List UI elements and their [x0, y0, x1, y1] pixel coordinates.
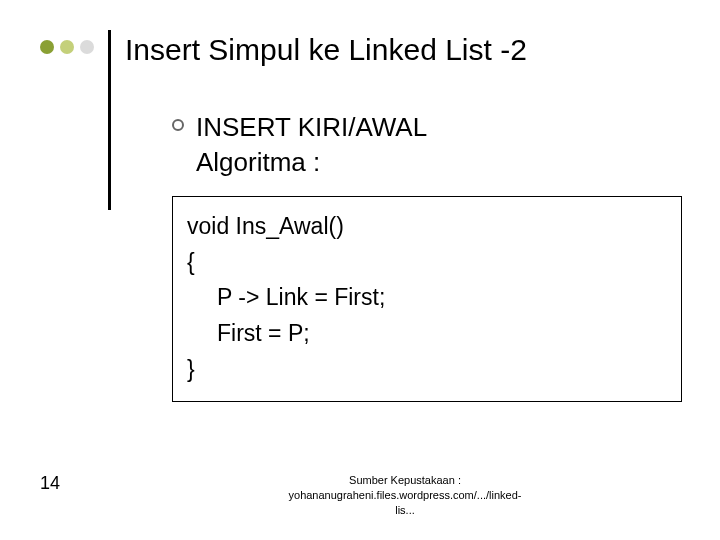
- page-number: 14: [40, 473, 130, 494]
- code-line: P -> Link = First;: [187, 280, 667, 316]
- dot-icon: [80, 40, 94, 54]
- dot-icon: [40, 40, 54, 54]
- source-line: yohananugraheni.files.wordpress.com/.../…: [130, 488, 680, 503]
- code-line: {: [187, 245, 667, 281]
- vertical-bar-icon: [108, 30, 111, 210]
- decor-dots: [40, 30, 94, 54]
- source-line: lis...: [130, 503, 680, 518]
- code-line: void Ins_Awal(): [187, 209, 667, 245]
- page-title: Insert Simpul ke Linked List -2: [125, 30, 527, 68]
- section-line2: Algoritma :: [196, 145, 427, 180]
- source-line: Sumber Kepustakaan :: [130, 473, 680, 488]
- section-heading: INSERT KIRI/AWAL Algoritma :: [172, 110, 680, 180]
- section-line1: INSERT KIRI/AWAL: [196, 110, 427, 145]
- source-citation: Sumber Kepustakaan : yohananugraheni.fil…: [130, 473, 680, 518]
- code-line: }: [187, 352, 667, 388]
- code-line: First = P;: [187, 316, 667, 352]
- section-text: INSERT KIRI/AWAL Algoritma :: [196, 110, 427, 180]
- bullet-circle-icon: [172, 119, 184, 131]
- body: INSERT KIRI/AWAL Algoritma : void Ins_Aw…: [172, 110, 680, 402]
- code-box: void Ins_Awal() { P -> Link = First; Fir…: [172, 196, 682, 402]
- footer: 14 Sumber Kepustakaan : yohananugraheni.…: [40, 473, 680, 518]
- dot-icon: [60, 40, 74, 54]
- slide: Insert Simpul ke Linked List -2 INSERT K…: [0, 0, 720, 540]
